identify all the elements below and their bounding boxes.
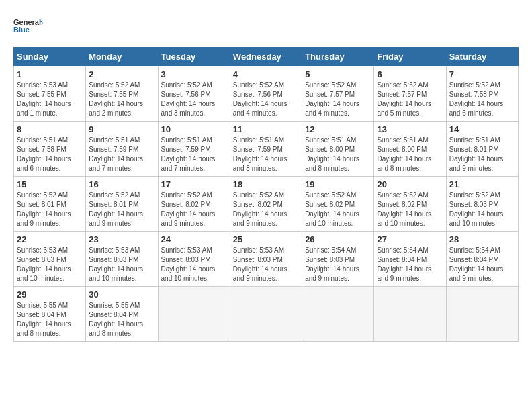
calendar-cell: 11 Sunrise: 5:51 AM Sunset: 7:59 PM Dayl… — [230, 122, 302, 177]
week-row-4: 22 Sunrise: 5:53 AM Sunset: 8:03 PM Dayl… — [14, 232, 519, 287]
calendar-cell: 4 Sunrise: 5:52 AM Sunset: 7:56 PM Dayli… — [230, 66, 302, 122]
calendar-cell: 21 Sunrise: 5:52 AM Sunset: 8:03 PM Dayl… — [446, 177, 518, 232]
calendar-cell: 13 Sunrise: 5:51 AM Sunset: 8:00 PM Dayl… — [374, 122, 446, 177]
calendar-cell: 26 Sunrise: 5:54 AM Sunset: 8:03 PM Dayl… — [302, 232, 374, 287]
day-number: 13 — [377, 124, 443, 134]
calendar-cell: 9 Sunrise: 5:51 AM Sunset: 7:59 PM Dayli… — [86, 122, 158, 177]
weekday-header-wednesday: Wednesday — [230, 48, 302, 66]
calendar-cell: 8 Sunrise: 5:51 AM Sunset: 7:58 PM Dayli… — [14, 122, 86, 177]
weekday-header-sunday: Sunday — [14, 48, 86, 66]
day-detail: Sunrise: 5:52 AM Sunset: 7:58 PM Dayligh… — [449, 81, 515, 118]
day-number: 6 — [377, 69, 443, 79]
calendar-cell: 6 Sunrise: 5:52 AM Sunset: 7:57 PM Dayli… — [374, 66, 446, 122]
day-number: 14 — [449, 124, 515, 134]
day-detail: Sunrise: 5:55 AM Sunset: 8:04 PM Dayligh… — [89, 301, 154, 338]
svg-text:General: General — [13, 18, 41, 26]
day-number: 9 — [89, 124, 154, 134]
weekday-header-monday: Monday — [86, 48, 158, 66]
calendar-cell: 16 Sunrise: 5:52 AM Sunset: 8:01 PM Dayl… — [86, 177, 158, 232]
svg-text:Blue: Blue — [13, 26, 30, 34]
day-detail: Sunrise: 5:51 AM Sunset: 7:59 PM Dayligh… — [89, 136, 154, 173]
day-number: 11 — [233, 124, 299, 134]
day-number: 5 — [305, 69, 371, 79]
day-detail: Sunrise: 5:54 AM Sunset: 8:04 PM Dayligh… — [377, 246, 443, 283]
calendar-cell: 14 Sunrise: 5:51 AM Sunset: 8:01 PM Dayl… — [446, 122, 518, 177]
day-detail: Sunrise: 5:53 AM Sunset: 8:03 PM Dayligh… — [17, 246, 83, 283]
week-row-1: 1 Sunrise: 5:53 AM Sunset: 7:55 PM Dayli… — [14, 66, 519, 122]
day-number: 12 — [305, 124, 371, 134]
day-number: 22 — [17, 234, 83, 244]
calendar-cell: 10 Sunrise: 5:51 AM Sunset: 7:59 PM Dayl… — [158, 122, 230, 177]
calendar-cell: 23 Sunrise: 5:53 AM Sunset: 8:03 PM Dayl… — [86, 232, 158, 287]
calendar-cell: 30 Sunrise: 5:55 AM Sunset: 8:04 PM Dayl… — [86, 287, 158, 342]
day-number: 27 — [377, 234, 443, 244]
day-detail: Sunrise: 5:53 AM Sunset: 8:03 PM Dayligh… — [89, 246, 154, 283]
weekday-header-row: SundayMondayTuesdayWednesdayThursdayFrid… — [14, 48, 519, 66]
day-detail: Sunrise: 5:55 AM Sunset: 8:04 PM Dayligh… — [17, 301, 83, 338]
day-number: 30 — [89, 289, 154, 300]
day-number: 21 — [449, 179, 515, 189]
day-detail: Sunrise: 5:52 AM Sunset: 7:56 PM Dayligh… — [233, 81, 299, 118]
calendar-cell: 29 Sunrise: 5:55 AM Sunset: 8:04 PM Dayl… — [14, 287, 86, 342]
day-detail: Sunrise: 5:51 AM Sunset: 7:58 PM Dayligh… — [17, 136, 83, 173]
calendar-cell — [158, 287, 230, 342]
day-detail: Sunrise: 5:52 AM Sunset: 8:03 PM Dayligh… — [449, 191, 515, 228]
day-number: 4 — [233, 69, 299, 79]
calendar-cell: 22 Sunrise: 5:53 AM Sunset: 8:03 PM Dayl… — [14, 232, 86, 287]
day-number: 1 — [17, 69, 83, 79]
calendar-cell — [230, 287, 302, 342]
day-number: 19 — [305, 179, 371, 189]
calendar-cell: 24 Sunrise: 5:53 AM Sunset: 8:03 PM Dayl… — [158, 232, 230, 287]
calendar-cell: 5 Sunrise: 5:52 AM Sunset: 7:57 PM Dayli… — [302, 66, 374, 122]
day-detail: Sunrise: 5:51 AM Sunset: 8:01 PM Dayligh… — [449, 136, 515, 173]
day-number: 2 — [89, 69, 154, 79]
weekday-header-friday: Friday — [374, 48, 446, 66]
calendar-cell — [446, 287, 518, 342]
day-detail: Sunrise: 5:52 AM Sunset: 8:02 PM Dayligh… — [305, 191, 371, 228]
day-detail: Sunrise: 5:51 AM Sunset: 8:00 PM Dayligh… — [377, 136, 443, 173]
day-number: 20 — [377, 179, 443, 189]
day-number: 26 — [305, 234, 371, 244]
calendar-cell: 15 Sunrise: 5:52 AM Sunset: 8:01 PM Dayl… — [14, 177, 86, 232]
calendar-cell: 28 Sunrise: 5:54 AM Sunset: 8:04 PM Dayl… — [446, 232, 518, 287]
day-detail: Sunrise: 5:52 AM Sunset: 7:56 PM Dayligh… — [161, 81, 227, 118]
calendar-cell: 27 Sunrise: 5:54 AM Sunset: 8:04 PM Dayl… — [374, 232, 446, 287]
day-detail: Sunrise: 5:53 AM Sunset: 7:55 PM Dayligh… — [17, 81, 83, 118]
day-detail: Sunrise: 5:51 AM Sunset: 7:59 PM Dayligh… — [161, 136, 227, 173]
calendar-cell — [374, 287, 446, 342]
day-detail: Sunrise: 5:54 AM Sunset: 8:03 PM Dayligh… — [305, 246, 371, 283]
day-detail: Sunrise: 5:52 AM Sunset: 8:01 PM Dayligh… — [17, 191, 83, 228]
day-number: 29 — [17, 289, 83, 300]
week-row-2: 8 Sunrise: 5:51 AM Sunset: 7:58 PM Dayli… — [14, 122, 519, 177]
logo: General Blue — [13, 13, 44, 40]
calendar-cell: 25 Sunrise: 5:53 AM Sunset: 8:03 PM Dayl… — [230, 232, 302, 287]
calendar-cell: 3 Sunrise: 5:52 AM Sunset: 7:56 PM Dayli… — [158, 66, 230, 122]
calendar-cell: 7 Sunrise: 5:52 AM Sunset: 7:58 PM Dayli… — [446, 66, 518, 122]
week-row-5: 29 Sunrise: 5:55 AM Sunset: 8:04 PM Dayl… — [14, 287, 519, 342]
day-detail: Sunrise: 5:54 AM Sunset: 8:04 PM Dayligh… — [449, 246, 515, 283]
day-detail: Sunrise: 5:52 AM Sunset: 8:02 PM Dayligh… — [161, 191, 227, 228]
day-number: 25 — [233, 234, 299, 244]
calendar-cell: 19 Sunrise: 5:52 AM Sunset: 8:02 PM Dayl… — [302, 177, 374, 232]
day-detail: Sunrise: 5:52 AM Sunset: 8:01 PM Dayligh… — [89, 191, 154, 228]
day-number: 7 — [449, 69, 515, 79]
day-number: 15 — [17, 179, 83, 189]
day-number: 10 — [161, 124, 227, 134]
day-number: 17 — [161, 179, 227, 189]
weekday-header-thursday: Thursday — [302, 48, 374, 66]
day-number: 23 — [89, 234, 154, 244]
day-number: 8 — [17, 124, 83, 134]
logo-svg: General Blue — [13, 13, 44, 40]
day-number: 3 — [161, 69, 227, 79]
day-detail: Sunrise: 5:52 AM Sunset: 7:57 PM Dayligh… — [305, 81, 371, 118]
calendar-cell: 17 Sunrise: 5:52 AM Sunset: 8:02 PM Dayl… — [158, 177, 230, 232]
day-detail: Sunrise: 5:51 AM Sunset: 7:59 PM Dayligh… — [233, 136, 299, 173]
day-detail: Sunrise: 5:52 AM Sunset: 7:57 PM Dayligh… — [377, 81, 443, 118]
day-detail: Sunrise: 5:51 AM Sunset: 8:00 PM Dayligh… — [305, 136, 371, 173]
day-detail: Sunrise: 5:52 AM Sunset: 8:02 PM Dayligh… — [377, 191, 443, 228]
week-row-3: 15 Sunrise: 5:52 AM Sunset: 8:01 PM Dayl… — [14, 177, 519, 232]
day-number: 16 — [89, 179, 154, 189]
weekday-header-saturday: Saturday — [446, 48, 518, 66]
day-detail: Sunrise: 5:52 AM Sunset: 8:02 PM Dayligh… — [233, 191, 299, 228]
calendar-cell — [302, 287, 374, 342]
